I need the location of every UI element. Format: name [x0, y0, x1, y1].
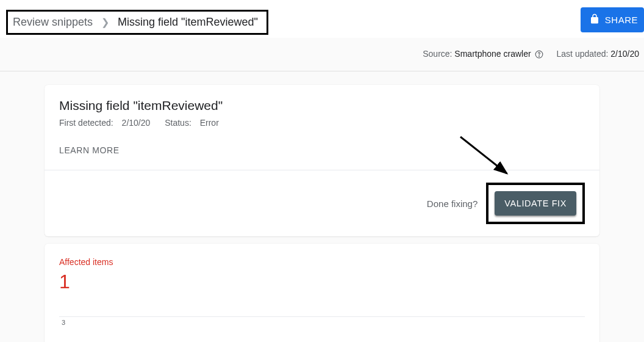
header-bar: Review snippets ❯ Missing field "itemRev… [0, 0, 644, 38]
meta-bar: Source: Smartphone crawler Last updated:… [0, 38, 644, 71]
lock-icon [589, 13, 600, 26]
source-label: Source: [423, 49, 452, 59]
validate-highlight-box: VALIDATE FIX [486, 183, 585, 224]
source-info: Source: Smartphone crawler [423, 49, 543, 59]
learn-more-link[interactable]: LEARN MORE [59, 145, 120, 155]
issue-card: Missing field "itemReviewed" First detec… [45, 85, 599, 236]
status-label: Status: [165, 118, 191, 128]
breadcrumb-current: Missing field "itemReviewed" [118, 16, 258, 29]
validate-row: Done fixing? VALIDATE FIX [45, 170, 599, 236]
first-detected-label: First detected: [59, 118, 113, 128]
chart-area: 3 [59, 316, 585, 342]
chevron-right-icon: ❯ [101, 16, 109, 28]
help-icon[interactable] [535, 50, 543, 59]
breadcrumb: Review snippets ❯ Missing field "itemRev… [6, 10, 268, 35]
affected-card: Affected items 1 3 [45, 244, 599, 342]
chart-y-tick: 3 [62, 319, 65, 326]
share-button[interactable]: SHARE [581, 7, 644, 32]
affected-label: Affected items [59, 257, 585, 267]
updated-label: Last updated: [557, 49, 609, 59]
issue-title: Missing field "itemReviewed" [59, 98, 585, 113]
issue-meta: First detected: 2/10/20 Status: Error [59, 118, 585, 128]
first-detected-value: 2/10/20 [122, 118, 151, 128]
affected-count: 1 [59, 271, 585, 293]
source-value: Smartphone crawler [454, 49, 531, 59]
updated-info: Last updated: 2/10/20 [557, 49, 639, 59]
content: Missing field "itemReviewed" First detec… [0, 71, 644, 342]
updated-value: 2/10/20 [610, 49, 639, 59]
status-value: Error [200, 118, 219, 128]
breadcrumb-parent[interactable]: Review snippets [13, 16, 93, 29]
issue-header: Missing field "itemReviewed" First detec… [45, 85, 599, 170]
done-fixing-label: Done fixing? [427, 198, 478, 209]
validate-fix-button[interactable]: VALIDATE FIX [495, 191, 576, 216]
share-label: SHARE [605, 15, 638, 25]
svg-point-1 [538, 56, 539, 57]
